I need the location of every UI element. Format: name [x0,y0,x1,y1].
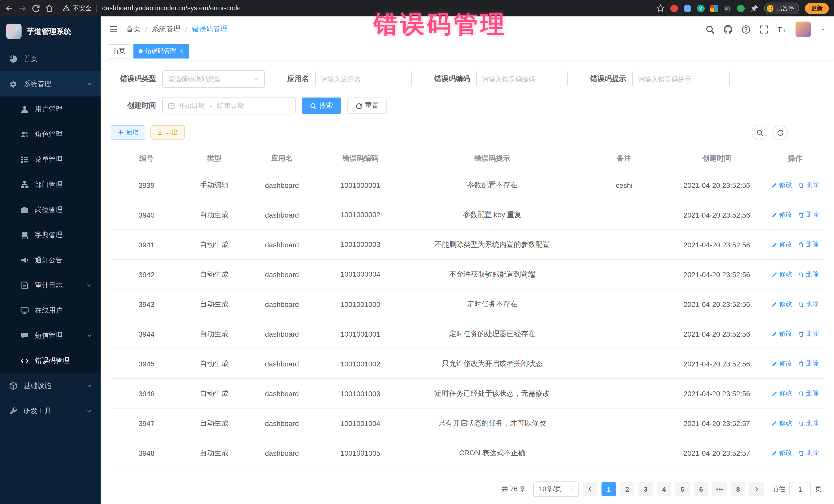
edit-link[interactable]: 修改 [772,181,792,190]
breadcrumb-item[interactable]: 系统管理 [152,25,181,34]
breadcrumb-item[interactable]: 首页 [126,25,140,34]
reload-icon[interactable] [32,4,40,12]
paused-badge[interactable]: 已暂停 [764,2,799,14]
page-size-select[interactable]: 10条/页 [533,481,579,497]
edit-link[interactable]: 修改 [772,389,792,398]
error-type-select[interactable]: 请选择错误码类型 [162,70,265,88]
font-size-icon[interactable]: TT [777,25,786,34]
security-label[interactable]: 不安全 [73,4,91,13]
cell-type: 自动生成 [182,300,246,309]
pagination-page-1[interactable]: 1 [601,482,616,496]
pin-icon[interactable] [750,4,758,12]
error-code-input[interactable] [476,71,568,87]
home-icon[interactable] [45,4,53,12]
sidebar-item[interactable]: 角色管理 [0,122,101,147]
view-tag[interactable]: 首页 [108,44,130,58]
edit-link[interactable]: 修改 [772,270,792,279]
extension-grid-icon[interactable] [710,4,718,12]
chevron-down-icon[interactable] [820,26,826,32]
sidebar-item[interactable]: 研发工具 [0,398,101,423]
fullscreen-icon[interactable] [760,25,768,34]
sidebar-item[interactable]: 用户管理 [0,96,101,122]
delete-link[interactable]: 删除 [798,359,819,368]
pagination-goto-input[interactable] [789,482,811,496]
edit-link[interactable]: 修改 [772,240,792,249]
pagination-ellipsis[interactable]: ••• [712,482,727,496]
delete-icon [798,331,805,337]
end-date-placeholder: 结束日期 [217,101,244,110]
sidebar-item-label: 角色管理 [35,130,63,139]
url-text[interactable]: dashboard.yudao.iocoder.cn/system/error-… [102,5,241,12]
delete-link[interactable]: 删除 [798,181,819,190]
delete-link[interactable]: 删除 [798,448,819,457]
cell-id: 3945 [111,359,182,368]
cell-code: 1001001005 [318,449,403,457]
edit-link[interactable]: 修改 [772,448,792,457]
view-tag-active[interactable]: 错误码管理 [133,44,190,58]
forward-icon[interactable] [19,4,27,12]
export-button[interactable]: 导出 [150,125,185,139]
refresh-table-button[interactable] [772,125,788,140]
sidebar-item[interactable]: 首页 [0,46,101,71]
sidebar-collapse-icon[interactable] [109,25,118,34]
cell-app: dashboard [246,449,318,457]
extension-icon[interactable]: V [697,4,704,12]
sidebar-item[interactable]: 岗位管理 [0,197,101,222]
delete-link[interactable]: 删除 [798,300,819,308]
search-icon[interactable] [706,25,715,34]
delete-link[interactable]: 删除 [798,270,819,279]
extension-icon[interactable] [670,4,678,12]
pagination-page-8[interactable]: 8 [731,482,745,496]
sidebar-item[interactable]: 审计日志 [0,272,101,298]
delete-link[interactable]: 删除 [798,240,819,249]
extension-icon[interactable] [737,4,744,12]
delete-link[interactable]: 删除 [798,329,819,338]
edit-link[interactable]: 修改 [772,211,792,219]
sidebar-item[interactable]: 字典管理 [0,222,101,247]
sidebar-item-label: 审计日志 [35,281,63,290]
sidebar-item[interactable]: 短信管理 [0,323,101,348]
cell-actions: 修改删除 [767,240,824,249]
close-icon[interactable] [179,48,184,54]
edit-link[interactable]: 修改 [772,419,792,428]
pagination-page-3[interactable]: 3 [638,482,653,496]
pagination-next-button[interactable] [749,482,764,496]
edit-link[interactable]: 修改 [772,329,792,338]
add-button[interactable]: 新增 [111,125,145,139]
hide-search-button[interactable] [752,125,767,140]
github-icon[interactable] [724,25,732,34]
back-icon[interactable] [5,4,13,12]
pagination-page-2[interactable]: 2 [620,482,634,496]
pagination-prev-button[interactable] [583,482,597,496]
sidebar-item[interactable]: 系统管理 [0,71,101,96]
search-button[interactable]: 搜索 [302,97,341,114]
sidebar-item[interactable]: 部门管理 [0,172,101,197]
bookmark-star-icon[interactable] [656,4,664,12]
pagination-page-4[interactable]: 4 [657,482,671,496]
sidebar-item[interactable]: 通知公告 [0,247,101,272]
delete-link[interactable]: 删除 [798,389,819,398]
sidebar-item[interactable]: 在线用户 [0,298,101,323]
sidebar-item[interactable]: 错误码管理 [0,348,101,373]
reset-button[interactable]: 重置 [348,97,387,114]
sidebar-item[interactable]: 基础设施 [0,373,101,398]
date-range-picker[interactable]: 开始日期 - 结束日期 [162,97,295,114]
search-icon [756,129,763,136]
help-icon[interactable] [742,25,750,34]
edit-link[interactable]: 修改 [772,359,792,368]
delete-link[interactable]: 删除 [798,211,819,219]
extension-icon[interactable] [683,4,691,12]
pagination-page-5[interactable]: 5 [675,482,690,496]
delete-link[interactable]: 删除 [798,419,819,428]
error-hint-input[interactable] [632,71,730,87]
pagination-page-6[interactable]: 6 [694,482,708,496]
sidebar-item[interactable]: 菜单管理 [0,147,101,172]
cell-actions: 修改删除 [767,270,824,279]
user-avatar[interactable] [795,22,811,37]
extension-icon[interactable]: on [723,4,731,12]
update-button[interactable]: 更新 [805,3,829,14]
breadcrumb-item[interactable]: 错误码管理 [192,25,228,34]
app-name-input[interactable] [315,71,412,87]
edit-link[interactable]: 修改 [772,300,792,308]
delete-icon [798,360,805,367]
